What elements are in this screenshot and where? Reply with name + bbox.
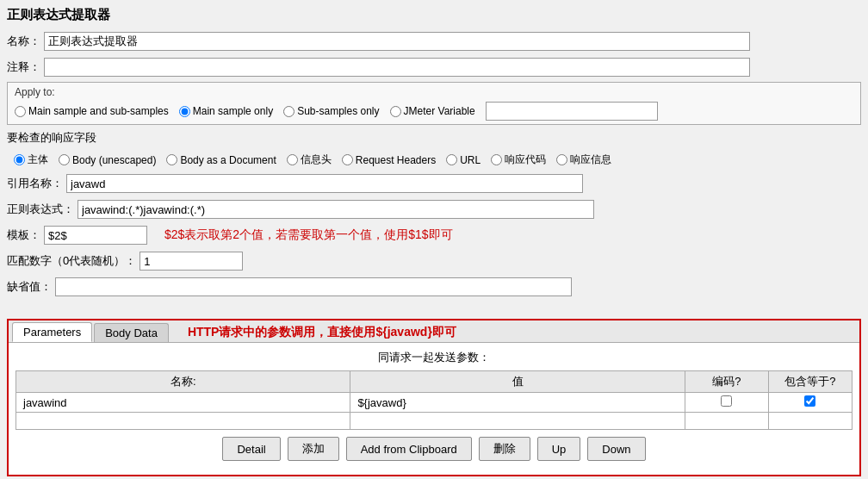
radio-body[interactable]: 主体 — [14, 152, 48, 167]
col-include-header: 包含等于? — [768, 371, 852, 393]
apply-to-box: Apply to: Main sample and sub-samples Ma… — [7, 82, 861, 125]
form-section: 名称： 注释： Apply to: Main sample and sub-sa… — [7, 30, 861, 298]
ref-name-input[interactable] — [66, 174, 583, 193]
apply-to-radio-group: Main sample and sub-samples Main sample … — [15, 102, 853, 121]
tab-annotation: HTTP请求中的参数调用，直接使用${javawd}即可 — [188, 325, 456, 340]
comment-input[interactable] — [44, 58, 750, 77]
radio-response-code-label: 响应代码 — [505, 152, 546, 167]
radio-jmeter-input[interactable] — [390, 106, 401, 117]
radio-info-label: 信息头 — [301, 152, 332, 167]
radio-sub[interactable]: Sub-samples only — [283, 105, 379, 117]
radio-response-msg-label: 响应信息 — [570, 152, 611, 167]
radio-body-unescaped-input[interactable] — [59, 154, 70, 165]
radio-main-sub-input[interactable] — [15, 106, 26, 117]
table-row: javawind ${javawd} — [16, 393, 852, 413]
bottom-panel: Parameters Body Data HTTP请求中的参数调用，直接使用${… — [7, 319, 861, 476]
radio-body-unescaped[interactable]: Body (unescaped) — [59, 154, 156, 166]
radio-body-input[interactable] — [14, 154, 25, 165]
radio-main-input[interactable] — [179, 106, 190, 117]
comment-row: 注释： — [7, 56, 861, 78]
default-input[interactable] — [55, 277, 572, 296]
response-field-label: 要检查的响应字段 — [7, 130, 96, 146]
radio-jmeter[interactable]: JMeter Variable — [390, 105, 475, 117]
radio-response-code[interactable]: 响应代码 — [491, 152, 546, 167]
col-name-header: 名称: — [16, 371, 350, 393]
param-include-cell — [768, 393, 852, 413]
radio-request[interactable]: Request Headers — [342, 154, 436, 166]
radio-url-label: URL — [460, 154, 480, 166]
include-checkbox[interactable] — [804, 395, 815, 407]
default-label: 缺省值： — [7, 279, 52, 295]
radio-info-input[interactable] — [287, 154, 298, 165]
page-title: 正则表达式提取器 — [7, 7, 861, 23]
ref-name-row: 引用名称： — [7, 172, 861, 195]
radio-info[interactable]: 信息头 — [287, 152, 332, 167]
empty-encode-cell — [685, 413, 768, 430]
add-button[interactable]: 添加 — [288, 437, 339, 461]
param-encode-cell — [685, 393, 768, 413]
name-label: 名称： — [7, 34, 40, 49]
add-clipboard-button[interactable]: Add from Clipboard — [346, 437, 472, 461]
buttons-row: Detail 添加 Add from Clipboard 删除 Up Down — [16, 437, 852, 468]
radio-jmeter-label: JMeter Variable — [404, 105, 475, 117]
radio-request-label: Request Headers — [356, 154, 436, 166]
radio-body-document-input[interactable] — [166, 154, 177, 165]
radio-url-input[interactable] — [446, 154, 457, 165]
default-row: 缺省值： — [7, 276, 861, 298]
col-value-header: 值 — [350, 371, 685, 393]
send-params-title: 同请求一起发送参数： — [16, 350, 852, 365]
radio-sub-label: Sub-samples only — [297, 105, 379, 117]
main-container: 正则表达式提取器 名称： 注释： Apply to: Main sample a… — [0, 0, 868, 479]
name-row: 名称： — [7, 30, 861, 53]
params-content: 同请求一起发送参数： 名称: 值 编码? 包含等于? javawind ${ja… — [9, 343, 859, 475]
radio-request-input[interactable] — [342, 154, 353, 165]
match-no-label: 匹配数字（0代表随机）： — [7, 253, 136, 269]
empty-value-cell — [350, 413, 685, 430]
radio-body-document-label: Body as a Document — [180, 154, 276, 166]
regex-row: 正则表达式： — [7, 198, 861, 221]
radio-main[interactable]: Main sample only — [179, 105, 273, 117]
response-field-row: 要检查的响应字段 — [7, 128, 861, 147]
down-button[interactable]: Down — [587, 437, 645, 461]
template-row: 模板： $2$表示取第2个值，若需要取第一个值，使用$1$即可 — [7, 224, 861, 246]
up-button[interactable]: Up — [537, 437, 581, 461]
name-input[interactable] — [44, 32, 750, 51]
response-radio-group: 主体 Body (unescaped) Body as a Document 信… — [14, 152, 861, 167]
radio-response-msg[interactable]: 响应信息 — [556, 152, 611, 167]
regex-label: 正则表达式： — [7, 202, 74, 217]
radio-body-document[interactable]: Body as a Document — [166, 154, 276, 166]
radio-body-label: 主体 — [28, 152, 48, 167]
apply-to-title: Apply to: — [15, 86, 853, 98]
table-header-row: 名称: 值 编码? 包含等于? — [16, 371, 852, 393]
tab-body-data[interactable]: Body Data — [94, 323, 169, 342]
radio-main-sub-label: Main sample and sub-samples — [28, 105, 169, 117]
table-row-empty — [16, 413, 852, 430]
detail-button[interactable]: Detail — [222, 437, 280, 461]
regex-input[interactable] — [78, 200, 594, 219]
encode-checkbox[interactable] — [721, 395, 732, 407]
param-name-cell: javawind — [16, 393, 350, 413]
radio-url[interactable]: URL — [446, 154, 480, 166]
empty-include-cell — [768, 413, 852, 430]
delete-button[interactable]: 删除 — [479, 437, 530, 461]
jmeter-var-input[interactable] — [486, 102, 658, 121]
radio-main-label: Main sample only — [193, 105, 273, 117]
radio-response-code-input[interactable] — [491, 154, 502, 165]
tabs-bar: Parameters Body Data HTTP请求中的参数调用，直接使用${… — [9, 320, 859, 343]
match-no-input[interactable] — [140, 252, 243, 271]
radio-body-unescaped-label: Body (unescaped) — [72, 154, 156, 166]
radio-main-sub[interactable]: Main sample and sub-samples — [15, 105, 169, 117]
tab-parameters[interactable]: Parameters — [12, 322, 92, 342]
match-no-row: 匹配数字（0代表随机）： — [7, 250, 861, 272]
ref-name-label: 引用名称： — [7, 176, 63, 191]
template-annotation: $2$表示取第2个值，若需要取第一个值，使用$1$即可 — [164, 227, 453, 243]
radio-response-msg-input[interactable] — [556, 154, 567, 165]
template-input[interactable] — [44, 226, 147, 245]
template-label: 模板： — [7, 227, 40, 243]
divider — [7, 302, 861, 310]
empty-name-cell — [16, 413, 350, 430]
radio-sub-input[interactable] — [283, 106, 294, 117]
param-value-cell: ${javawd} — [350, 393, 685, 413]
params-table: 名称: 值 编码? 包含等于? javawind ${javawd} — [16, 370, 852, 430]
comment-label: 注释： — [7, 59, 40, 75]
